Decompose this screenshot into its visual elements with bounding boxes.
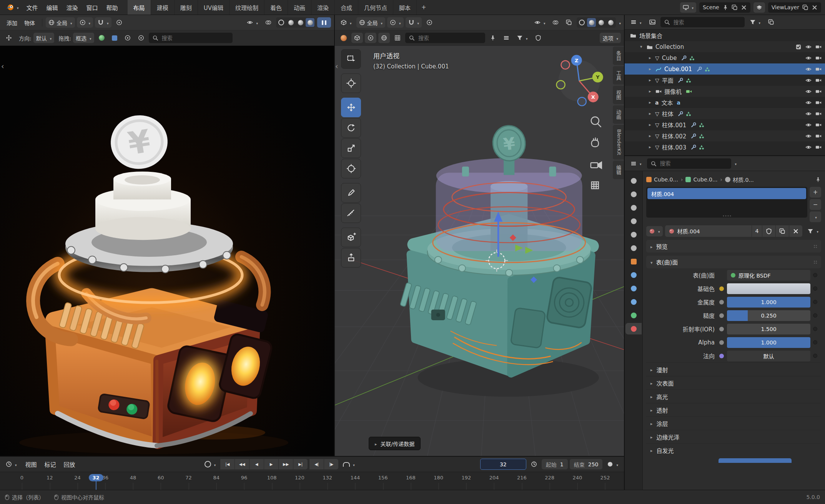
scale-tool[interactable] bbox=[341, 138, 361, 158]
collapsed-section-row[interactable]: 漫射 bbox=[646, 363, 821, 376]
move-tool[interactable] bbox=[341, 98, 361, 117]
transform-tool[interactable] bbox=[341, 159, 361, 178]
properties-tab[interactable] bbox=[625, 296, 642, 308]
editor-type-dropdown[interactable] bbox=[338, 17, 354, 28]
scene-browse-dropdown[interactable] bbox=[680, 2, 697, 13]
outliner-row[interactable]: ▸ ▽ a 柱体.002 a bbox=[625, 130, 825, 141]
render-visibility-toggle[interactable] bbox=[815, 44, 822, 50]
properties-search-field[interactable] bbox=[647, 158, 731, 169]
expand-caret[interactable]: ▸ bbox=[649, 111, 655, 116]
viewport-search-field[interactable] bbox=[405, 33, 485, 43]
timeline-editor-type-dropdown[interactable] bbox=[3, 459, 20, 469]
outliner-row[interactable]: ▸ ▽ a Cube.001 a bbox=[625, 63, 825, 75]
hide-eye-toggle[interactable] bbox=[805, 44, 812, 50]
extrude-tool[interactable] bbox=[341, 248, 361, 268]
properties-tab[interactable] bbox=[625, 309, 642, 321]
show-object-types-dropdown[interactable] bbox=[532, 17, 548, 28]
sidebar-tab[interactable]: 工具 bbox=[613, 66, 624, 85]
pin-id-icon[interactable] bbox=[815, 176, 821, 183]
timeline-menu-item[interactable]: 视图 bbox=[22, 460, 41, 468]
rendered-shading-button[interactable] bbox=[306, 18, 314, 27]
outliner-row[interactable]: ▸ ▽ a 文本 a bbox=[625, 97, 825, 108]
expand-caret[interactable]: ▸ bbox=[649, 55, 655, 60]
collapsed-section-row[interactable]: 涂层 bbox=[646, 416, 821, 430]
timeline-ruler[interactable]: 0122436486072849610812013214415616818019… bbox=[0, 472, 624, 490]
decorator-dot[interactable] bbox=[810, 300, 820, 304]
properties-tab[interactable] bbox=[625, 202, 642, 213]
snap-options-icon-2[interactable] bbox=[135, 33, 147, 43]
properties-tab[interactable] bbox=[625, 188, 642, 200]
workspace-tab[interactable]: 渲染 bbox=[311, 0, 335, 15]
browse-material-dropdown[interactable] bbox=[646, 226, 663, 236]
timeline-menu-item[interactable]: 回放 bbox=[60, 460, 79, 468]
expand-caret[interactable]: ▸ bbox=[649, 133, 655, 138]
breadcrumb-mesh[interactable]: Cube.0... bbox=[685, 176, 717, 183]
snap-options-icon[interactable] bbox=[122, 33, 133, 43]
slot-specials-dropdown[interactable] bbox=[810, 211, 821, 222]
frame-start-field[interactable]: 起始1 bbox=[542, 459, 568, 469]
search-input[interactable] bbox=[161, 35, 229, 42]
decorator-dot[interactable] bbox=[810, 313, 820, 318]
add-slot-button[interactable]: + bbox=[810, 187, 821, 198]
hide-eye-toggle[interactable] bbox=[805, 133, 812, 139]
render-visibility-toggle[interactable] bbox=[815, 88, 822, 95]
workspace-tab[interactable]: 几何节点 bbox=[358, 0, 393, 15]
sync-mode-dropdown[interactable] bbox=[604, 459, 621, 469]
value-slider[interactable]: 1.500 bbox=[727, 324, 810, 334]
value-slider[interactable]: 1.000 bbox=[727, 297, 810, 308]
snap-mode-button[interactable] bbox=[365, 33, 376, 43]
expand-caret[interactable]: ▸ bbox=[649, 89, 655, 94]
modifier-wrench-icon[interactable] bbox=[690, 122, 697, 128]
texture-icon[interactable] bbox=[109, 33, 120, 43]
expand-caret[interactable]: ▸ bbox=[649, 78, 655, 83]
expand-caret[interactable]: ▸ bbox=[649, 100, 655, 105]
render-visibility-toggle[interactable] bbox=[815, 100, 822, 106]
collection-checkbox[interactable] bbox=[795, 44, 802, 50]
xray-toggle[interactable] bbox=[563, 17, 575, 28]
modifier-wrench-icon[interactable] bbox=[677, 111, 684, 117]
outliner-display-mode-dropdown[interactable] bbox=[628, 17, 644, 27]
material-shading-button[interactable] bbox=[296, 18, 305, 27]
region-collapse-arrow[interactable]: ‹ bbox=[335, 62, 338, 70]
frame-step-button[interactable]: ◀| bbox=[309, 459, 324, 469]
filter-funnel-icon[interactable] bbox=[514, 33, 531, 43]
auto-keying-toggle[interactable] bbox=[202, 459, 219, 469]
viewport-menu-item[interactable]: 添加 bbox=[3, 19, 21, 27]
workspace-tab[interactable]: 建模 bbox=[151, 0, 175, 15]
sidebar-tab[interactable]: 动画 bbox=[613, 105, 624, 124]
solid-shading-button[interactable] bbox=[587, 18, 596, 27]
snap-magnet-toggle[interactable] bbox=[95, 17, 111, 28]
material-shading-button[interactable] bbox=[597, 18, 605, 27]
show-object-types-dropdown[interactable] bbox=[244, 17, 261, 28]
decorator-dot[interactable] bbox=[810, 354, 820, 358]
fake-user-shield-button[interactable] bbox=[762, 225, 776, 237]
playback-button[interactable]: |◀ bbox=[220, 459, 235, 469]
topbar-menu-item[interactable]: 帮助 bbox=[102, 0, 122, 15]
sidebar-tab[interactable]: 视图 bbox=[613, 86, 624, 104]
hide-eye-toggle[interactable] bbox=[805, 55, 812, 61]
modifier-wrench-icon[interactable] bbox=[677, 77, 684, 83]
annotate-tool[interactable] bbox=[341, 183, 361, 203]
measure-tool[interactable] bbox=[341, 203, 361, 223]
expand-caret[interactable]: ▸ bbox=[649, 122, 655, 127]
workspace-tab[interactable]: 纹理绘制 bbox=[230, 0, 264, 15]
wireframe-shading-button[interactable] bbox=[277, 18, 286, 27]
decorator-dot[interactable] bbox=[810, 327, 820, 331]
render-visibility-toggle[interactable] bbox=[815, 144, 822, 150]
value-slider[interactable]: 0.250 bbox=[727, 310, 810, 321]
close-icon[interactable] bbox=[812, 5, 818, 10]
viewport-menu-item[interactable]: 物体 bbox=[21, 19, 38, 27]
shading-options-caret[interactable] bbox=[618, 20, 621, 26]
material-slot-selected[interactable]: 材质.004 bbox=[647, 188, 806, 199]
outliner-search-input[interactable] bbox=[673, 19, 741, 26]
modifier-wrench-icon[interactable] bbox=[681, 55, 687, 61]
breadcrumb-object[interactable]: Cube.0... bbox=[646, 176, 678, 183]
topbar-menu-item[interactable]: 编辑 bbox=[42, 0, 62, 15]
expand-caret[interactable]: ▸ bbox=[649, 145, 655, 150]
playback-button[interactable]: ◀ bbox=[249, 459, 264, 469]
scene-collection-row[interactable]: 场景集合 bbox=[625, 30, 825, 41]
hide-eye-toggle[interactable] bbox=[805, 88, 812, 95]
proportional-edit-toggle[interactable] bbox=[424, 17, 435, 28]
workspace-tab[interactable]: 着色 bbox=[264, 0, 288, 15]
workspace-tab[interactable]: 动画 bbox=[288, 0, 311, 15]
